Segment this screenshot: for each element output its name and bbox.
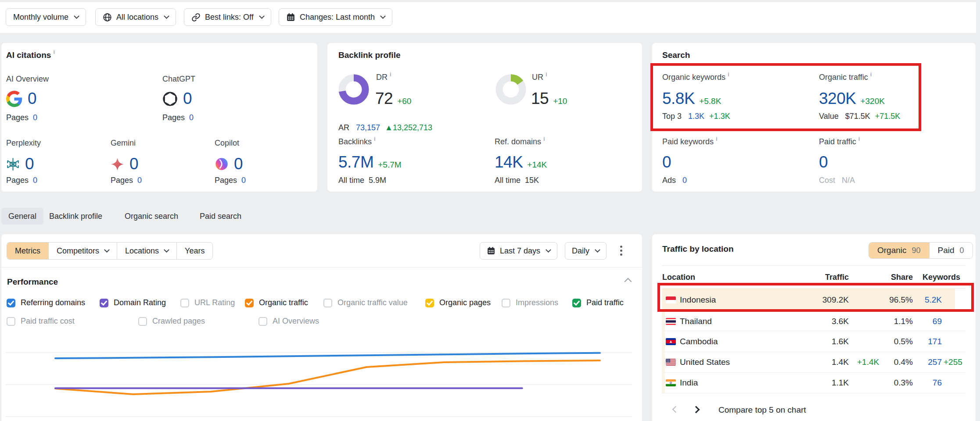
paid-traffic-value: 0: [819, 153, 828, 171]
pages-count-link[interactable]: 0: [137, 176, 142, 185]
performance-line-chart: [1, 234, 642, 421]
ur-donut-chart: [495, 74, 526, 105]
changes-dropdown[interactable]: Changes: Last month: [279, 8, 392, 26]
organic-keywords-value: 5.8K+5.8K: [662, 89, 721, 108]
globe-icon: [103, 13, 112, 22]
info-icon[interactable]: i: [728, 71, 729, 78]
paid-traffic-label: Paid traffici: [819, 137, 860, 146]
ar-delta: ▲13,252,713: [385, 123, 432, 132]
keywords-link[interactable]: 257: [898, 357, 942, 367]
backlinks-label: Backlinksi: [338, 137, 376, 146]
traffic-value: 3.6K: [784, 317, 849, 326]
ar-value-link[interactable]: 73,157: [356, 123, 380, 132]
ai-overview-label: AI Overview: [6, 75, 49, 84]
ai-overview-pages: Pages0: [6, 113, 37, 122]
gemini-label: Gemini: [111, 139, 136, 148]
country-name: Cambodia: [680, 337, 718, 346]
organic-paid-toggle: Organic 90 Paid 0: [869, 242, 973, 259]
organic-traffic-value: 320K+320K: [819, 89, 885, 108]
chatgpt-value: 0: [183, 89, 192, 108]
chevron-down-icon: [164, 13, 169, 19]
changes-label: Changes: Last month: [300, 13, 375, 22]
table-row-united-states[interactable]: United States 1.4K +1.4K 0.4% 257 +255: [662, 352, 966, 373]
copilot-label: Copilot: [215, 139, 239, 148]
tab-general[interactable]: General: [1, 208, 43, 225]
top3-link[interactable]: 1.3K: [688, 112, 704, 121]
country-name: Indonesia: [680, 295, 716, 305]
paid-keywords-label: Paid keywordsi: [662, 137, 718, 146]
tab-backlink-profile[interactable]: Backlink profile: [42, 208, 109, 225]
ai-citations-title: AI citationsi: [6, 50, 55, 60]
info-icon[interactable]: i: [870, 71, 872, 78]
keywords-link[interactable]: 171: [898, 337, 942, 346]
ref-domains-delta: +14K: [527, 160, 547, 169]
indonesia-flag-icon: [666, 296, 676, 303]
info-icon[interactable]: i: [374, 136, 376, 142]
info-icon[interactable]: i: [716, 136, 718, 142]
compare-top5-link[interactable]: Compare top 5 on chart: [718, 405, 806, 415]
organic-keywords-label: Organic keywordsi: [662, 73, 729, 82]
info-icon[interactable]: i: [546, 71, 547, 78]
table-row-indonesia[interactable]: Indonesia 309.2K 96.5% 5.2K: [662, 288, 966, 312]
ur-label: URi: [532, 73, 547, 82]
info-icon[interactable]: i: [53, 49, 55, 55]
best-links-dropdown[interactable]: Best links: Off: [184, 8, 271, 26]
dr-donut-chart: [338, 74, 369, 105]
toggle-organic[interactable]: Organic 90: [869, 243, 929, 258]
column-traffic[interactable]: Traffic: [784, 273, 849, 282]
table-row-cambodia[interactable]: Cambodia 1.6K 0.5% 171: [662, 331, 966, 352]
search-card: Search Organic keywordsi 5.8K+5.8K Top 3…: [652, 43, 976, 192]
monthly-volume-label: Monthly volume: [13, 13, 68, 22]
organic-traffic-label: Organic traffici: [819, 73, 872, 82]
ref-domains-label: Ref. domainsi: [495, 137, 545, 146]
ads-count-link[interactable]: 0: [682, 176, 687, 185]
united-states-flag-icon: [666, 359, 676, 366]
calendar-icon: [286, 13, 295, 22]
ar-row: AR 73,157 ▲13,252,713: [338, 123, 432, 132]
chatgpt-icon: [162, 91, 178, 107]
traffic-by-location-card: Traffic by location Organic 90 Paid 0 Lo…: [652, 234, 976, 421]
pages-count-link[interactable]: 0: [189, 113, 194, 122]
performance-card: Metrics Competitors Locations Years Last…: [1, 234, 642, 421]
monthly-volume-dropdown[interactable]: Monthly volume: [6, 8, 86, 26]
perplexity-value: 0: [25, 155, 34, 173]
organic-keywords-subrow: Top 3 1.3K +1.3K: [662, 112, 730, 121]
tab-paid-search[interactable]: Paid search: [193, 208, 248, 225]
tab-organic-search[interactable]: Organic search: [118, 208, 185, 225]
traffic-value: 1.1K: [784, 378, 849, 388]
column-location[interactable]: Location: [662, 273, 695, 282]
gemini-icon: [111, 157, 124, 171]
dr-label: DRi: [376, 73, 391, 82]
pages-count-link[interactable]: 0: [241, 176, 246, 185]
keywords-link[interactable]: 5.2K: [898, 295, 942, 305]
chatgpt-label: ChatGPT: [162, 75, 195, 84]
backlinks-value: 5.7M+5.7M: [338, 153, 402, 171]
table-row-india[interactable]: India 1.1K 0.3% 76: [662, 373, 966, 393]
keywords-link[interactable]: 69: [898, 317, 942, 326]
chevron-down-icon: [74, 13, 79, 19]
toggle-paid[interactable]: Paid 0: [929, 243, 973, 258]
cambodia-flag-icon: [666, 338, 676, 345]
info-icon[interactable]: i: [390, 71, 391, 78]
next-page-button[interactable]: [693, 406, 700, 414]
india-flag-icon: [666, 379, 676, 386]
info-icon[interactable]: i: [543, 136, 545, 142]
google-icon: [6, 91, 22, 107]
column-keywords[interactable]: Keywords: [889, 273, 960, 282]
perplexity-pages: Pages0: [6, 176, 37, 185]
traffic-value: 1.6K: [784, 337, 849, 346]
perplexity-icon: [6, 157, 20, 171]
info-icon[interactable]: i: [858, 136, 860, 142]
pages-count-link[interactable]: 0: [33, 113, 37, 122]
best-links-label: Best links: Off: [205, 13, 254, 22]
previous-page-button[interactable]: [672, 406, 679, 413]
traffic-value: 309.2K: [784, 295, 849, 305]
ref-domains-alltime: All time15K: [495, 176, 539, 185]
keywords-link[interactable]: 76: [898, 378, 942, 388]
table-row-thailand[interactable]: Thailand 3.6K 1.1% 69: [662, 312, 966, 331]
paid-traffic-subrow: Cost N/A: [819, 176, 855, 185]
perplexity-label: Perplexity: [6, 139, 41, 148]
chevron-down-icon: [380, 13, 386, 19]
locations-dropdown[interactable]: All locations: [95, 8, 176, 26]
pages-count-link[interactable]: 0: [33, 176, 37, 185]
